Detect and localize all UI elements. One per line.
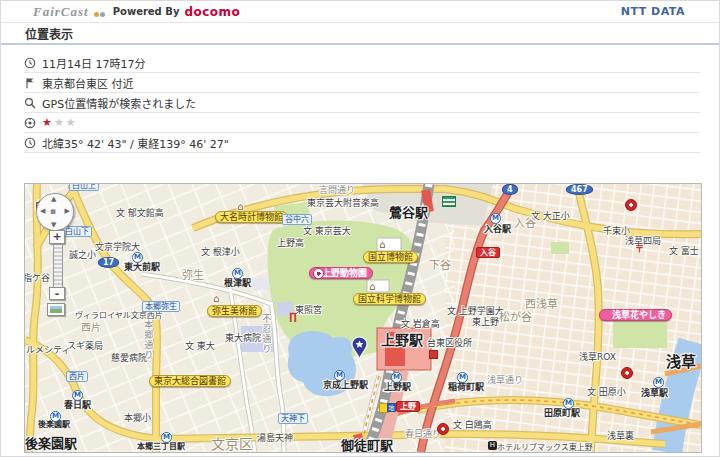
pan-down-arrow[interactable]: ▼: [51, 221, 56, 229]
zoo-icon: [313, 268, 324, 279]
star-empty-icon: ★: [66, 116, 76, 129]
museum-icon: ⌂: [369, 282, 375, 292]
map-label: 台東区役所: [427, 338, 472, 348]
map-label: 浅草花やしき: [599, 309, 672, 321]
pan-center-button[interactable]: ▪: [50, 206, 56, 216]
museum-icon: ⌂: [237, 202, 243, 212]
zoom-in-button[interactable]: +: [49, 230, 65, 244]
map-label: 不忍通り: [261, 314, 271, 354]
title-bar: 位置表示: [1, 24, 719, 45]
map-label: 文 岩倉高: [401, 319, 440, 329]
map-label: 御徒町駅: [341, 439, 393, 453]
coordinates-value: 北緯35° 42' 43" / 東経139° 46' 27": [42, 135, 229, 151]
gps-location-pin[interactable]: [351, 336, 368, 360]
map-label: 千束小: [603, 226, 630, 236]
map-label: 白山下: [62, 226, 92, 237]
map-label: 文京区: [211, 436, 253, 452]
faircast-logo: FairCast: [33, 4, 89, 20]
map-label: 言問通り: [319, 185, 355, 195]
map-label-layer: 文 郁文館高文京学院大誠之小文 根津小東京芸大附音楽高文 東京芸大上野高文 岩倉…: [25, 184, 701, 452]
map-label: 文 田原小: [587, 387, 626, 397]
flag-icon: [24, 77, 36, 89]
map-label: 文 東京芸大: [303, 226, 351, 236]
gps-status-value: GPS位置情報が検索されました: [42, 95, 196, 111]
museum-icon: ⌂: [213, 294, 219, 304]
map-label: 入谷駅: [484, 224, 511, 234]
metro-station-icon: M: [50, 411, 61, 422]
rating-stars: ★★★: [42, 116, 78, 129]
map-label: 弥生: [182, 270, 204, 283]
accuracy-icon: [24, 117, 36, 129]
map-label: 西片: [66, 371, 88, 382]
pan-left-arrow[interactable]: ◀: [40, 207, 45, 215]
map-label: 春日駅: [64, 400, 91, 410]
metro-station-icon: M: [563, 398, 574, 409]
star-filled-icon: ★: [42, 116, 52, 129]
metro-station-icon: M: [490, 213, 501, 224]
zoom-out-button[interactable]: -: [49, 287, 65, 300]
nttdata-logo: NTT DATA: [621, 5, 685, 18]
map-label: 文 郁文館高: [116, 208, 164, 218]
map-label: 文 富士: [669, 246, 699, 256]
map-label: 本郷小: [124, 413, 151, 423]
map-label: 浅草ROX: [579, 352, 616, 362]
subway-entrance-icon: 地: [387, 403, 396, 412]
map-label: 鶯谷駅: [389, 206, 428, 221]
map-label: 上野: [396, 401, 420, 412]
map-label: 文 根津小: [201, 247, 240, 257]
map-label: 入谷: [514, 218, 536, 231]
city-office-icon: [429, 350, 438, 359]
map-label: 湯島天神: [257, 433, 293, 443]
search-icon: [24, 97, 36, 109]
datetime-value: 11月14日 17時17分: [42, 55, 146, 71]
map-label: 国立科学博物館: [353, 293, 426, 305]
map-label: 文京学院大: [95, 242, 140, 252]
page-title: 位置表示: [25, 25, 73, 45]
map-label: 誠之小: [69, 250, 96, 260]
map-label: ヴィラロイヤル文京西片: [75, 311, 163, 320]
map-label: 文 東大: [185, 341, 215, 351]
map-label: 文 大正小: [531, 211, 570, 221]
metro-station-icon: M: [334, 370, 345, 381]
map-label: 東上野: [472, 317, 499, 327]
map-label: 谷中六: [282, 214, 312, 225]
map-label: 東大病院: [225, 333, 261, 343]
museum-icon: ⌂: [379, 240, 385, 250]
map-label: 慈愛病院: [111, 353, 147, 363]
map-label: 弥生美術館: [207, 305, 262, 317]
map-label: 文 上野学園大: [447, 306, 504, 316]
clock-icon: [24, 57, 36, 69]
map-label: スギ薬局: [67, 341, 103, 351]
map-label: 浅草裏: [607, 431, 634, 441]
map-label: 入谷: [476, 247, 500, 258]
map-label: 西片: [81, 322, 101, 334]
metro-station-icon: M: [161, 432, 172, 443]
gps-status-row: GPS位置情報が検索されました: [24, 93, 700, 113]
map-label: 東京大総合図書館: [149, 375, 231, 387]
info-panel: 11月14日 17時17分 東京都台東区 付近 GPS位置情報が検索されました …: [24, 53, 700, 153]
map-label: 上野駅: [381, 332, 423, 348]
map[interactable]: 文 郁文館高文京学院大誠之小文 根津小東京芸大附音楽高文 東京芸大上野高文 岩倉…: [24, 183, 702, 453]
map-label: 浅草駅: [641, 388, 668, 398]
poi-red-icon: [437, 423, 449, 435]
zoom-slider[interactable]: [53, 244, 63, 289]
map-label: 国立博物館: [363, 251, 418, 263]
pan-up-arrow[interactable]: ▲: [51, 195, 56, 203]
metro-station-icon: M: [72, 390, 83, 401]
map-label: 浅草通り: [487, 375, 523, 385]
map-label: 西浅草: [525, 299, 558, 312]
compass-clock-icon: [24, 137, 36, 149]
map-label: 上野高: [277, 238, 304, 248]
satellite-view-button[interactable]: [47, 303, 65, 316]
map-pan-control[interactable]: ▲ ▼ ◀ ▶ ▪: [36, 193, 74, 231]
shrine-icon: ∏: [289, 312, 297, 322]
powered-by-label: Powered By: [113, 6, 180, 17]
docomo-logo: docomo: [184, 5, 240, 19]
map-label: 17: [98, 257, 119, 268]
pan-right-arrow[interactable]: ▶: [65, 207, 70, 215]
star-empty-icon: ★: [54, 116, 64, 129]
metro-station-icon: M: [653, 377, 664, 388]
map-label: 指ケ谷: [24, 273, 50, 283]
datetime-row: 11月14日 17時17分: [24, 53, 700, 73]
coordinates-row: 北緯35° 42' 43" / 東経139° 46' 27": [24, 133, 700, 153]
